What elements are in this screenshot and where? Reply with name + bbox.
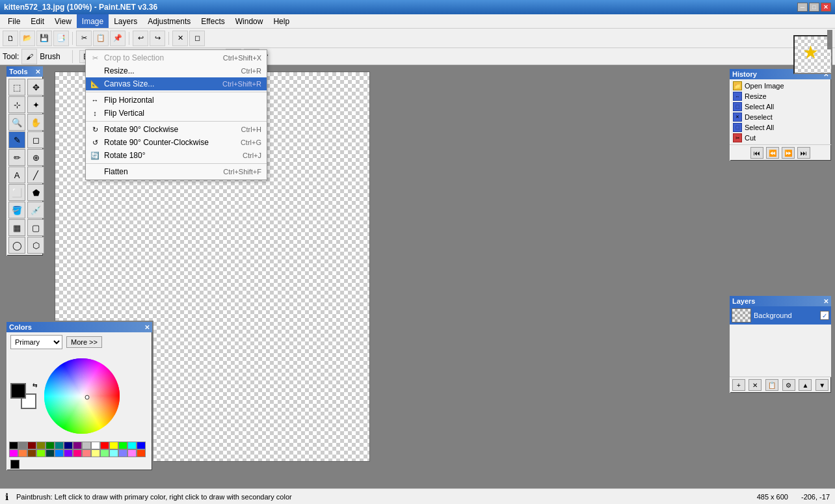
color-swatch[interactable] — [46, 449, 55, 457]
color-swatch[interactable] — [55, 442, 64, 449]
color-swatch[interactable] — [27, 442, 36, 449]
menu-crop-selection[interactable]: ✂ Crop to Selection Ctrl+Shift+X — [86, 51, 267, 64]
menu-rotate-180[interactable]: 🔄 Rotate 180° Ctrl+J — [86, 149, 267, 162]
deselect-button[interactable]: ✕ — [172, 31, 188, 46]
close-button[interactable]: ✕ — [821, 3, 831, 12]
delete-layer-button[interactable]: ✕ — [749, 379, 762, 391]
tool-paintbrush[interactable]: ✎ — [8, 131, 25, 148]
history-next-button[interactable]: ⏩ — [782, 147, 795, 159]
save-button[interactable]: 💾 — [36, 31, 52, 46]
move-layer-down-button[interactable]: ▼ — [815, 379, 828, 391]
foreground-color-swatch[interactable] — [10, 383, 26, 399]
color-swatch[interactable] — [100, 449, 109, 457]
black-swatch[interactable] — [10, 460, 20, 469]
menu-layers[interactable]: Layers — [109, 14, 142, 28]
color-swatch[interactable] — [64, 442, 73, 449]
menu-image[interactable]: Image — [77, 14, 109, 28]
menu-adjustments[interactable]: Adjustments — [142, 14, 196, 28]
color-swatch[interactable] — [73, 442, 82, 449]
colors-close-button[interactable]: ✕ — [144, 324, 150, 331]
tool-gradient[interactable]: ▦ — [8, 219, 25, 236]
layers-close-button[interactable]: ✕ — [823, 298, 828, 305]
menu-resize[interactable]: Resize... Ctrl+R — [86, 64, 267, 77]
history-item-cut[interactable]: ✂ Cut — [731, 133, 830, 143]
color-swatch[interactable] — [118, 442, 127, 449]
brush-icon-btn[interactable]: 🖌 — [21, 49, 37, 64]
tool-rectangle-select[interactable]: ⬚ — [8, 79, 25, 96]
layer-visibility-check[interactable]: ✓ — [820, 311, 829, 320]
history-item-open[interactable]: 📁 Open Image — [731, 81, 830, 91]
color-swatch[interactable] — [9, 449, 18, 457]
tool-lasso[interactable]: ⊹ — [8, 96, 25, 113]
add-layer-button[interactable]: + — [732, 379, 745, 391]
minimize-button[interactable]: ─ — [797, 3, 808, 12]
color-swatch[interactable] — [46, 442, 55, 449]
maximize-button[interactable]: □ — [809, 3, 819, 12]
tool-freeform[interactable]: ⬟ — [27, 184, 44, 201]
history-last-button[interactable]: ⏭ — [797, 147, 810, 159]
tool-shapes[interactable]: ⬜ — [8, 184, 25, 201]
save-all-button[interactable]: 📑 — [53, 31, 69, 46]
tool-magic-wand[interactable]: ✦ — [27, 96, 44, 113]
color-swatch[interactable] — [137, 442, 146, 449]
tool-pan[interactable]: ✋ — [27, 114, 44, 131]
color-swatch[interactable] — [137, 449, 146, 457]
color-mode-select[interactable]: Primary Secondary — [10, 335, 62, 349]
menu-view[interactable]: View — [49, 14, 77, 28]
color-swatch[interactable] — [82, 449, 91, 457]
menu-rotate-cw[interactable]: ↻ Rotate 90° Clockwise Ctrl+H — [86, 123, 267, 136]
tool-text[interactable]: A — [8, 166, 25, 183]
tool-clone[interactable]: ⊕ — [27, 149, 44, 166]
color-swatch[interactable] — [73, 449, 82, 457]
history-item-selectall1[interactable]: ⬚ Select All — [731, 101, 830, 112]
menu-canvas-size[interactable]: 📐 Canvas Size... Ctrl+Shift+R — [86, 77, 267, 90]
menu-flatten[interactable]: Flatten Ctrl+Shift+F — [86, 165, 267, 178]
color-swatch[interactable] — [118, 449, 127, 457]
history-prev-button[interactable]: ⏪ — [766, 147, 779, 159]
redo-button[interactable]: ↪ — [150, 31, 165, 46]
menu-edit[interactable]: Edit — [25, 14, 49, 28]
tool-pencil[interactable]: ✏ — [8, 149, 25, 166]
history-item-selectall2[interactable]: ⬚ Select All — [731, 122, 830, 133]
color-swatch[interactable] — [36, 442, 46, 449]
layer-properties-button[interactable]: ⚙ — [782, 379, 795, 391]
duplicate-layer-button[interactable]: 📋 — [765, 379, 778, 391]
color-swatch[interactable] — [64, 449, 73, 457]
history-first-button[interactable]: ⏮ — [750, 147, 763, 159]
menu-flip-h[interactable]: ↔ Flip Horizontal — [86, 94, 267, 107]
tools-close-button[interactable]: ✕ — [35, 68, 40, 75]
layer-background[interactable]: Background ✓ — [730, 306, 831, 325]
tool-roundrect[interactable]: ▢ — [27, 219, 44, 236]
menu-flip-v[interactable]: ↕ Flip Vertical — [86, 107, 267, 120]
menu-file[interactable]: File — [3, 14, 25, 28]
history-item-deselect[interactable]: ✕ Deselect — [731, 112, 830, 122]
more-colors-button[interactable]: More >> — [66, 336, 102, 348]
menu-effects[interactable]: Effects — [196, 14, 230, 28]
color-swatch[interactable] — [100, 442, 109, 449]
color-swatch[interactable] — [109, 442, 118, 449]
swap-colors-icon[interactable]: ⇆ — [33, 382, 38, 388]
tool-freeformshape[interactable]: ⬡ — [27, 237, 44, 254]
tool-ellipse[interactable]: ◯ — [8, 237, 25, 254]
tool-zoom[interactable]: 🔍 — [8, 114, 25, 131]
menu-help[interactable]: Help — [268, 14, 295, 28]
tool-colorpick[interactable]: 💉 — [27, 202, 44, 219]
color-swatch[interactable] — [91, 449, 100, 457]
color-swatch[interactable] — [27, 449, 36, 457]
undo-button[interactable]: ↩ — [133, 31, 148, 46]
paste-button[interactable]: 📌 — [110, 31, 126, 46]
tool-line[interactable]: ╱ — [27, 166, 44, 183]
color-swatch[interactable] — [82, 442, 91, 449]
history-item-resize[interactable]: ↔ Resize — [731, 91, 830, 101]
color-swatch[interactable] — [127, 449, 137, 457]
color-swatch[interactable] — [18, 442, 27, 449]
new-button[interactable]: 🗋 — [3, 31, 18, 46]
menu-rotate-ccw[interactable]: ↺ Rotate 90° Counter-Clockwise Ctrl+G — [86, 136, 267, 149]
color-swatch[interactable] — [18, 449, 27, 457]
invert-button[interactable]: ◻ — [189, 31, 205, 46]
color-wheel[interactable] — [43, 357, 121, 435]
color-swatch[interactable] — [9, 442, 18, 449]
tool-eraser[interactable]: ◻ — [27, 131, 44, 148]
menu-window[interactable]: Window — [230, 14, 269, 28]
color-swatch[interactable] — [127, 442, 137, 449]
